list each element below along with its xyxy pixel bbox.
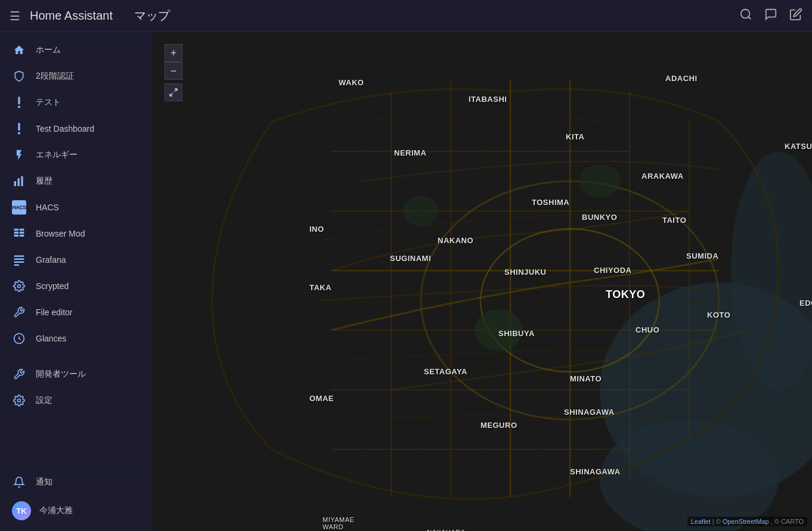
- sidebar-item-scrypted[interactable]: Scrypted: [0, 273, 153, 299]
- svg-rect-7: [18, 178, 20, 186]
- search-icon[interactable]: [739, 8, 752, 24]
- sidebar-item-2fa[interactable]: 2段階認証: [0, 63, 153, 89]
- sidebar-label-hacs: HACS: [36, 203, 59, 212]
- header-actions: [739, 8, 802, 24]
- svg-rect-16: [14, 259, 24, 260]
- sidebar-item-hacs[interactable]: HACS HACS: [0, 194, 153, 221]
- svg-rect-12: [20, 232, 24, 234]
- svg-point-28: [475, 309, 522, 351]
- svg-point-5: [18, 132, 20, 134]
- svg-point-0: [741, 10, 750, 18]
- map-container[interactable]: + − TOKYOSHINJUKUSHIBUYAMINATOKOTOSUMIDA…: [153, 32, 812, 531]
- header-left: ☰ Home Assistant マップ: [10, 8, 170, 24]
- attribution-separator: | ©: [712, 518, 723, 525]
- grafana-icon: [12, 253, 26, 267]
- sidebar-item-file-editor[interactable]: File editor: [0, 299, 153, 325]
- sidebar-label-settings: 設定: [36, 395, 52, 406]
- attribution-carto: , © CARTO: [771, 518, 804, 525]
- svg-line-32: [170, 93, 173, 96]
- sidebar-label-notifications: 通知: [36, 477, 52, 487]
- speedometer-icon: [12, 331, 26, 346]
- sidebar-label-file-editor: File editor: [36, 308, 72, 317]
- sidebar-item-developer-tools[interactable]: 開発者ツール: [0, 361, 153, 387]
- svg-rect-14: [20, 235, 24, 237]
- svg-rect-4: [18, 123, 20, 131]
- wrench-icon: [12, 305, 26, 319]
- svg-point-21: [18, 399, 21, 402]
- grid-icon: [12, 226, 26, 241]
- app-header: ☰ Home Assistant マップ: [0, 0, 812, 32]
- sidebar-item-test[interactable]: テスト: [0, 89, 153, 116]
- svg-line-1: [748, 17, 751, 19]
- sidebar-label-developer-tools: 開発者ツール: [36, 369, 86, 380]
- sidebar-item-settings[interactable]: 設定: [0, 387, 153, 414]
- test-dashboard-icon: [12, 122, 26, 136]
- edit-icon[interactable]: [789, 8, 802, 24]
- sidebar-item-glances[interactable]: Glances: [0, 325, 153, 352]
- gear-circle-icon: [12, 279, 26, 293]
- sidebar-nav: ホーム 2段階認証 テスト Test Dash: [0, 32, 153, 464]
- leaflet-link[interactable]: Leaflet: [691, 518, 711, 525]
- expand-button[interactable]: [165, 83, 182, 101]
- svg-rect-10: [20, 229, 24, 231]
- username: 今浦大雅: [39, 505, 73, 516]
- sidebar-label-test-dashboard: Test Dashboard: [36, 124, 94, 133]
- sidebar-label-2fa: 2段階認証: [36, 71, 74, 82]
- chat-icon[interactable]: [764, 8, 777, 24]
- svg-point-3: [18, 105, 20, 108]
- map-background: [153, 32, 812, 531]
- svg-line-31: [174, 89, 177, 92]
- shield-icon: [12, 69, 26, 83]
- sidebar: ホーム 2段階認証 テスト Test Dash: [0, 32, 153, 531]
- svg-rect-17: [14, 262, 24, 263]
- svg-rect-8: [21, 176, 23, 187]
- sidebar-item-test-dashboard[interactable]: Test Dashboard: [0, 116, 153, 142]
- sidebar-label-history: 履歴: [36, 176, 52, 187]
- hacs-icon: HACS: [12, 200, 26, 215]
- main-layout: ホーム 2段階認証 テスト Test Dash: [0, 32, 812, 531]
- zoom-in-button[interactable]: +: [165, 44, 182, 62]
- sidebar-bottom: 通知 TK 今浦大雅: [0, 464, 153, 531]
- sidebar-label-test: テスト: [36, 97, 61, 108]
- osm-link[interactable]: OpenStreetMap: [723, 518, 769, 525]
- sidebar-label-scrypted: Scrypted: [36, 281, 69, 291]
- sidebar-item-history[interactable]: 履歴: [0, 168, 153, 194]
- map-controls: + −: [165, 44, 182, 101]
- chart-bar-icon: [12, 174, 26, 188]
- avatar: TK: [12, 501, 31, 520]
- sidebar-item-energy[interactable]: エネルギー: [0, 142, 153, 168]
- zoom-out-button[interactable]: −: [165, 62, 182, 80]
- svg-rect-6: [14, 181, 16, 186]
- svg-rect-2: [18, 97, 20, 104]
- test-icon: [12, 95, 26, 110]
- settings-icon: [12, 393, 26, 408]
- svg-point-19: [18, 285, 21, 288]
- svg-rect-13: [14, 235, 19, 237]
- sidebar-label-glances: Glances: [36, 334, 66, 343]
- sidebar-label-browser-mod: Browser Mod: [36, 229, 85, 238]
- lightning-icon: [12, 148, 26, 162]
- sidebar-item-browser-mod[interactable]: Browser Mod: [0, 221, 153, 247]
- svg-rect-9: [14, 229, 19, 231]
- sidebar-item-grafana[interactable]: Grafana: [0, 247, 153, 273]
- sidebar-label-home: ホーム: [36, 45, 61, 55]
- map-attribution: Leaflet | © OpenStreetMap , © CARTO: [687, 517, 807, 526]
- page-title: マップ: [134, 8, 170, 24]
- app-title: Home Assistant: [30, 9, 113, 23]
- svg-rect-15: [14, 256, 24, 257]
- developer-icon: [12, 367, 26, 381]
- sidebar-item-notifications[interactable]: 通知: [0, 469, 153, 495]
- bell-icon: [12, 475, 26, 489]
- svg-rect-18: [14, 265, 19, 266]
- svg-rect-11: [14, 232, 19, 234]
- sidebar-user[interactable]: TK 今浦大雅: [0, 495, 153, 526]
- sidebar-item-home[interactable]: ホーム: [0, 37, 153, 63]
- sidebar-label-energy: エネルギー: [36, 150, 78, 160]
- sidebar-label-grafana: Grafana: [36, 255, 66, 265]
- home-icon: [12, 43, 26, 57]
- menu-icon[interactable]: ☰: [10, 9, 20, 23]
